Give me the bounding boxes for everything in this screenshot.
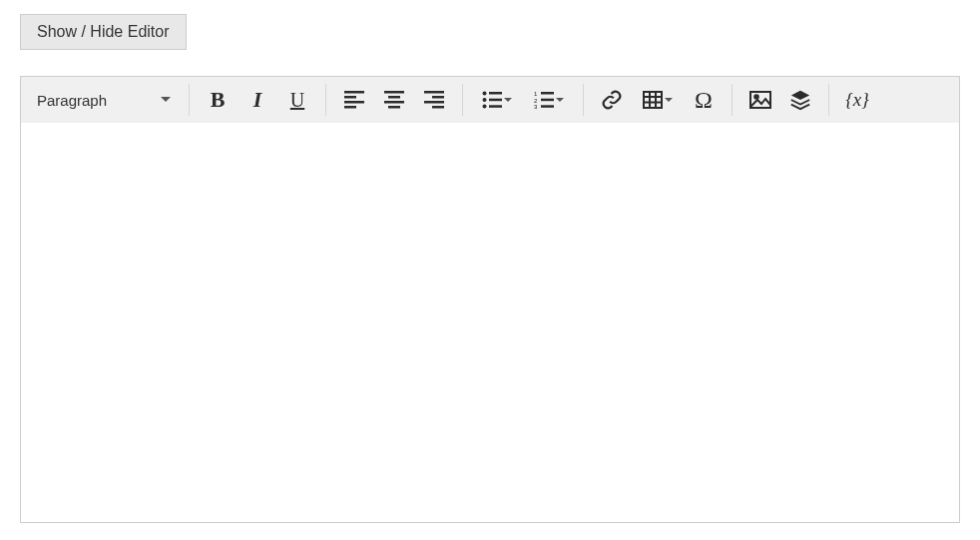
widget-icon [789,89,811,111]
text-style-group: B I U [194,77,321,123]
table-button[interactable] [632,81,684,119]
chevron-down-icon [665,98,673,103]
list-group: 1 2 3 [467,77,579,123]
align-center-icon [384,91,404,109]
svg-rect-15 [489,99,502,102]
italic-icon: I [253,87,262,113]
link-button[interactable] [592,81,632,119]
editor-content-area[interactable] [21,123,959,522]
svg-text:3: 3 [534,104,538,109]
image-icon [749,91,771,109]
show-hide-editor-button[interactable]: Show / Hide Editor [20,14,187,50]
omega-icon: Ω [695,87,713,114]
numbered-list-button[interactable]: 1 2 3 [523,81,575,119]
svg-point-14 [483,98,487,102]
table-icon [643,91,663,109]
svg-rect-21 [541,99,554,102]
svg-rect-3 [344,106,356,109]
toolbar-divider [462,84,463,116]
toolbar-divider [732,84,733,116]
bold-icon: B [211,87,226,113]
svg-rect-5 [388,96,400,99]
svg-rect-1 [344,96,356,99]
svg-text:1: 1 [534,91,538,97]
format-select[interactable]: Paragraph [31,77,181,123]
align-right-button[interactable] [414,81,454,119]
chevron-down-icon [161,97,171,103]
svg-rect-11 [432,106,444,109]
toolbar-divider [828,84,829,116]
svg-rect-24 [644,92,662,108]
bullet-list-icon [482,91,502,109]
svg-point-12 [483,92,487,96]
toolbar-divider [583,84,584,116]
insert-image-button[interactable] [740,81,780,119]
svg-rect-9 [432,96,444,99]
bold-button[interactable]: B [198,81,238,119]
variable-icon: {x} [845,89,869,111]
align-center-button[interactable] [374,81,414,119]
toolbar-divider [325,84,326,116]
editor-toolbar: Paragraph B I U [21,77,959,123]
show-hide-editor-label: Show / Hide Editor [37,23,170,40]
alignment-group [330,77,458,123]
svg-rect-2 [344,101,364,104]
bullet-list-button[interactable] [471,81,523,119]
align-right-icon [424,91,444,109]
align-left-button[interactable] [334,81,374,119]
svg-point-16 [483,105,487,109]
svg-rect-10 [424,101,444,104]
svg-rect-17 [489,105,502,108]
variable-group: {x} [833,77,881,123]
svg-rect-7 [388,106,400,109]
editor-wrapper: Paragraph B I U [20,76,960,523]
svg-text:2: 2 [534,98,538,104]
italic-button[interactable]: I [238,81,277,119]
underline-button[interactable]: U [277,81,317,119]
align-left-icon [344,91,364,109]
toolbar-divider [189,84,190,116]
insert-variable-button[interactable]: {x} [837,81,877,119]
link-icon [601,89,623,111]
insert-group-2 [736,77,824,123]
svg-rect-0 [344,91,364,94]
format-select-label: Paragraph [37,92,161,109]
chevron-down-icon [504,98,512,103]
chevron-down-icon [556,98,564,103]
svg-rect-23 [541,105,554,108]
insert-group-1: Ω [588,77,728,123]
widget-button[interactable] [780,81,820,119]
underline-icon: U [290,89,304,112]
svg-rect-6 [384,101,404,104]
svg-rect-4 [384,91,404,94]
svg-rect-8 [424,91,444,94]
svg-rect-13 [489,92,502,95]
format-group: Paragraph [27,77,185,123]
svg-point-30 [754,95,758,99]
svg-rect-19 [541,92,554,95]
special-character-button[interactable]: Ω [684,81,724,119]
numbered-list-icon: 1 2 3 [534,91,554,109]
